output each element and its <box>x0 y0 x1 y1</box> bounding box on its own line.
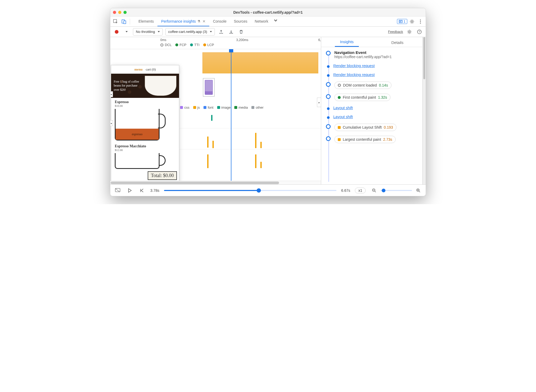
preview-menu: menu <box>135 67 143 72</box>
duration: 6.67s <box>341 188 350 193</box>
legend-fcp: FCP <box>175 43 186 47</box>
screencast-icon[interactable] <box>114 187 121 194</box>
tab-console[interactable]: Console <box>209 17 230 26</box>
insight-cls[interactable]: Cumulative Layout Shift 0.193 <box>326 124 419 131</box>
playback-footer: 3.78s 6.67s x1 <box>110 184 426 196</box>
throttling-select[interactable]: No throttling <box>133 28 163 36</box>
tab-network[interactable]: Network <box>251 17 272 26</box>
tab-sources[interactable]: Sources <box>230 17 251 26</box>
metric-marker-icon <box>338 126 341 129</box>
filmstrip-preview: menu cart (0) Free 1 bag of coffee beans… <box>111 65 179 181</box>
inspect-element-icon[interactable] <box>112 18 119 25</box>
legend-tti: TTI <box>190 43 200 47</box>
insight-layout-shift[interactable]: Layout shift <box>326 106 419 110</box>
axis-tick: 6, <box>318 38 321 42</box>
svg-point-5 <box>420 19 421 20</box>
minimize-window-button[interactable] <box>118 11 121 14</box>
feedback-link[interactable]: Feedback <box>388 30 403 34</box>
timeline-event[interactable] <box>207 137 209 148</box>
timeline-node-icon <box>326 82 331 87</box>
timeline-event[interactable] <box>255 154 256 168</box>
network-legend: css js font image media other <box>180 105 319 109</box>
expand-track-button[interactable]: ▸ <box>110 91 113 97</box>
import-icon[interactable] <box>227 28 235 36</box>
timeline-node-icon <box>326 136 331 141</box>
close-tab-icon[interactable]: ✕ <box>202 19 206 23</box>
expand-track-button[interactable]: ▸ <box>110 120 113 126</box>
titlebar: DevTools - coffee-cart.netlify.app/?ad=1 <box>110 8 426 17</box>
main-thread-block[interactable] <box>202 52 318 73</box>
metric-marker-icon <box>338 96 341 99</box>
time-slider[interactable] <box>164 190 336 191</box>
window-title: DevTools - coffee-cart.netlify.app/?ad=1 <box>110 10 426 14</box>
export-icon[interactable] <box>217 28 225 36</box>
insight-layout-shift[interactable]: Layout shift <box>326 115 419 119</box>
record-menu-button[interactable] <box>123 28 130 36</box>
device-toolbar-icon[interactable] <box>120 18 128 25</box>
metric-marker-icon <box>338 84 341 87</box>
collapse-sidebar-button[interactable]: ▸ <box>317 98 321 107</box>
preview-item-name: Espresso Macchiato <box>115 144 175 148</box>
side-tab-insights[interactable]: Insights <box>335 39 359 47</box>
time-axis: 0ms 3,200ms 6, DCL FCP TTI LCP <box>110 37 321 49</box>
timeline-event[interactable] <box>212 141 214 148</box>
preview-mug-icon: espresso <box>115 109 160 140</box>
insight-render-blocking[interactable]: Render blocking request <box>326 64 419 68</box>
zoom-slider[interactable] <box>380 190 412 191</box>
timeline-dot-icon <box>327 65 330 68</box>
maximize-window-button[interactable] <box>123 11 127 14</box>
svg-point-6 <box>420 21 421 22</box>
axis-tick: 0ms <box>160 38 166 42</box>
timeline-tracks[interactable]: ▸ ▸ css js font image media other <box>110 49 321 181</box>
zoom-out-icon[interactable] <box>370 187 378 194</box>
vertical-scrollbar[interactable] <box>423 37 426 184</box>
timeline-node-icon <box>326 94 331 99</box>
timeline-node-icon <box>326 124 331 129</box>
panel-settings-icon[interactable] <box>406 28 413 36</box>
timeline-pane[interactable]: 0ms 3,200ms 6, DCL FCP TTI LCP ▸ ▸ <box>110 37 321 184</box>
record-button[interactable] <box>113 28 120 36</box>
side-tab-details[interactable]: Details <box>386 40 409 47</box>
tab-elements[interactable]: Elements <box>135 17 157 26</box>
timeline-event[interactable] <box>207 154 209 168</box>
speed-button[interactable]: x1 <box>355 188 366 193</box>
gear-icon[interactable] <box>408 18 416 25</box>
timeline-dot-icon <box>327 74 330 77</box>
more-tabs-icon[interactable] <box>272 17 279 24</box>
step-back-button[interactable] <box>138 187 146 194</box>
insight-fcp[interactable]: First contentful paint 1.32s <box>326 94 419 101</box>
timeline-event[interactable] <box>211 115 212 121</box>
svg-point-4 <box>411 21 413 22</box>
timeline-event[interactable] <box>260 162 262 168</box>
zoom-in-icon[interactable] <box>415 187 422 194</box>
timeline-dot-icon <box>327 116 330 119</box>
horizontal-scrollbar[interactable] <box>110 181 321 184</box>
metric-marker-icon <box>338 138 341 141</box>
preview-banner: Free 1 bag of coffee beans for purchase … <box>111 74 179 98</box>
perf-toolbar: No throttling coffee-cart.netlify.app (3… <box>110 27 426 37</box>
legend-dcl: DCL <box>160 43 172 47</box>
insight-render-blocking[interactable]: Render blocking request <box>326 73 419 77</box>
play-button[interactable] <box>126 187 133 194</box>
insight-nav-event[interactable]: Navigation Event https://coffee-cart.net… <box>326 50 419 59</box>
svg-rect-3 <box>399 20 402 23</box>
svg-rect-2 <box>124 21 126 24</box>
tab-performance-insights[interactable]: Performance insights ⚗︎ ✕ <box>157 17 209 26</box>
svg-point-7 <box>420 23 421 23</box>
recording-select[interactable]: coffee-cart.netlify.app (3) <box>165 28 215 36</box>
timeline-event[interactable] <box>255 133 256 148</box>
help-icon[interactable]: ? <box>416 28 423 36</box>
playhead[interactable] <box>231 49 231 181</box>
preview-total: Total: $0.00 <box>148 171 177 180</box>
preview-cart: cart (0) <box>146 67 156 72</box>
filmstrip-frame[interactable] <box>203 78 215 97</box>
issues-badge[interactable]: 1 <box>397 19 407 24</box>
close-window-button[interactable] <box>113 11 116 14</box>
insight-dcl[interactable]: DOM content loaded 0.14s <box>326 82 419 89</box>
insight-lcp[interactable]: Largest contentful paint 2.73s <box>326 136 419 143</box>
preview-item-name: Espresso <box>115 100 175 104</box>
delete-icon[interactable] <box>237 28 245 36</box>
kebab-icon[interactable] <box>417 18 424 25</box>
timeline-event[interactable] <box>260 142 262 148</box>
timeline-node-icon <box>326 51 331 56</box>
